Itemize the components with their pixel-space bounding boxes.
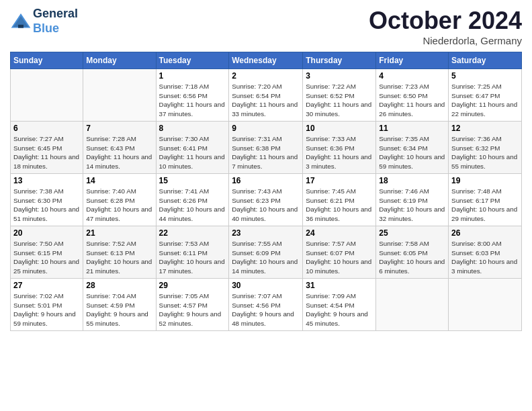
- day-number: 7: [86, 124, 152, 133]
- day-info: Sunrise: 7:48 AM Sunset: 6:17 PM Dayligh…: [451, 187, 519, 224]
- day-cell-0-3: 2Sunrise: 7:20 AM Sunset: 6:54 PM Daylig…: [229, 69, 303, 122]
- logo-icon: [10, 11, 32, 32]
- day-cell-3-5: 25Sunrise: 7:58 AM Sunset: 6:05 PM Dayli…: [376, 226, 449, 279]
- day-info: Sunrise: 7:31 AM Sunset: 6:38 PM Dayligh…: [232, 134, 300, 171]
- day-cell-0-6: 5Sunrise: 7:25 AM Sunset: 6:47 PM Daylig…: [449, 69, 522, 122]
- header-tuesday: Tuesday: [156, 52, 229, 69]
- day-cell-3-2: 22Sunrise: 7:53 AM Sunset: 6:11 PM Dayli…: [156, 226, 229, 279]
- week-row-3: 20Sunrise: 7:50 AM Sunset: 6:15 PM Dayli…: [11, 226, 522, 279]
- day-info: Sunrise: 7:25 AM Sunset: 6:47 PM Dayligh…: [451, 82, 519, 119]
- day-cell-1-4: 10Sunrise: 7:33 AM Sunset: 6:36 PM Dayli…: [303, 122, 376, 174]
- day-info: Sunrise: 7:22 AM Sunset: 6:52 PM Dayligh…: [306, 82, 373, 119]
- day-number: 24: [306, 228, 373, 238]
- day-number: 25: [379, 228, 445, 238]
- day-info: Sunrise: 7:52 AM Sunset: 6:13 PM Dayligh…: [86, 239, 152, 276]
- header-saturday: Saturday: [449, 52, 522, 69]
- header-monday: Monday: [83, 52, 156, 69]
- day-cell-3-0: 20Sunrise: 7:50 AM Sunset: 6:15 PM Dayli…: [11, 226, 83, 279]
- day-info: Sunrise: 7:43 AM Sunset: 6:23 PM Dayligh…: [232, 187, 300, 224]
- day-number: 15: [159, 176, 226, 185]
- day-number: 28: [86, 281, 152, 290]
- day-info: Sunrise: 7:30 AM Sunset: 6:41 PM Dayligh…: [159, 134, 226, 171]
- day-info: Sunrise: 7:18 AM Sunset: 6:56 PM Dayligh…: [159, 82, 226, 119]
- day-cell-4-6: [449, 279, 522, 331]
- day-info: Sunrise: 8:00 AM Sunset: 6:03 PM Dayligh…: [451, 239, 519, 276]
- title-block: October 2024 Niederdorla, Germany: [369, 7, 522, 46]
- header-wednesday: Wednesday: [229, 52, 303, 69]
- day-info: Sunrise: 7:55 AM Sunset: 6:09 PM Dayligh…: [232, 239, 300, 276]
- day-number: 23: [232, 228, 300, 238]
- day-info: Sunrise: 7:40 AM Sunset: 6:28 PM Dayligh…: [86, 187, 152, 224]
- day-number: 11: [379, 124, 445, 133]
- logo-line2: Blue: [33, 21, 78, 36]
- day-cell-4-2: 29Sunrise: 7:05 AM Sunset: 4:57 PM Dayli…: [156, 279, 229, 331]
- day-info: Sunrise: 7:02 AM Sunset: 5:01 PM Dayligh…: [13, 291, 80, 328]
- day-number: 20: [13, 228, 80, 238]
- page-container: General Blue October 2024 Niederdorla, G…: [0, 0, 532, 334]
- day-info: Sunrise: 7:07 AM Sunset: 4:56 PM Dayligh…: [232, 291, 300, 328]
- header-thursday: Thursday: [303, 52, 376, 69]
- day-number: 16: [232, 176, 300, 185]
- day-info: Sunrise: 7:33 AM Sunset: 6:36 PM Dayligh…: [306, 134, 373, 171]
- day-cell-4-4: 31Sunrise: 7:09 AM Sunset: 4:54 PM Dayli…: [303, 279, 376, 331]
- day-cell-0-5: 4Sunrise: 7:23 AM Sunset: 6:50 PM Daylig…: [376, 69, 449, 122]
- logo-text: General Blue: [33, 7, 78, 36]
- day-cell-1-2: 8Sunrise: 7:30 AM Sunset: 6:41 PM Daylig…: [156, 122, 229, 174]
- location: Niederdorla, Germany: [369, 35, 522, 46]
- day-info: Sunrise: 7:45 AM Sunset: 6:21 PM Dayligh…: [306, 187, 373, 224]
- day-cell-4-1: 28Sunrise: 7:04 AM Sunset: 4:59 PM Dayli…: [83, 279, 156, 331]
- week-row-2: 13Sunrise: 7:38 AM Sunset: 6:30 PM Dayli…: [11, 174, 522, 226]
- calendar-table: Sunday Monday Tuesday Wednesday Thursday…: [10, 52, 522, 331]
- day-number: 8: [159, 124, 226, 133]
- day-number: 1: [159, 71, 226, 81]
- day-number: 18: [379, 176, 445, 185]
- day-cell-3-3: 23Sunrise: 7:55 AM Sunset: 6:09 PM Dayli…: [229, 226, 303, 279]
- calendar-header: Sunday Monday Tuesday Wednesday Thursday…: [11, 52, 522, 69]
- day-number: 14: [86, 176, 152, 185]
- day-cell-4-0: 27Sunrise: 7:02 AM Sunset: 5:01 PM Dayli…: [11, 279, 83, 331]
- day-cell-0-4: 3Sunrise: 7:22 AM Sunset: 6:52 PM Daylig…: [303, 69, 376, 122]
- day-number: 29: [159, 281, 226, 290]
- day-cell-0-2: 1Sunrise: 7:18 AM Sunset: 6:56 PM Daylig…: [156, 69, 229, 122]
- day-cell-2-3: 16Sunrise: 7:43 AM Sunset: 6:23 PM Dayli…: [229, 174, 303, 226]
- day-number: 13: [13, 176, 80, 185]
- day-info: Sunrise: 7:23 AM Sunset: 6:50 PM Dayligh…: [379, 82, 445, 119]
- day-cell-1-6: 12Sunrise: 7:36 AM Sunset: 6:32 PM Dayli…: [449, 122, 522, 174]
- day-number: 3: [306, 71, 373, 81]
- day-cell-1-3: 9Sunrise: 7:31 AM Sunset: 6:38 PM Daylig…: [229, 122, 303, 174]
- day-cell-4-5: [376, 279, 449, 331]
- day-number: 9: [232, 124, 300, 133]
- day-cell-2-1: 14Sunrise: 7:40 AM Sunset: 6:28 PM Dayli…: [83, 174, 156, 226]
- svg-rect-2: [18, 24, 24, 28]
- weekday-row: Sunday Monday Tuesday Wednesday Thursday…: [11, 52, 522, 69]
- day-info: Sunrise: 7:57 AM Sunset: 6:07 PM Dayligh…: [306, 239, 373, 276]
- day-cell-3-4: 24Sunrise: 7:57 AM Sunset: 6:07 PM Dayli…: [303, 226, 376, 279]
- day-cell-2-2: 15Sunrise: 7:41 AM Sunset: 6:26 PM Dayli…: [156, 174, 229, 226]
- header-friday: Friday: [376, 52, 449, 69]
- day-number: 19: [451, 176, 519, 185]
- header-sunday: Sunday: [11, 52, 83, 69]
- day-cell-3-1: 21Sunrise: 7:52 AM Sunset: 6:13 PM Dayli…: [83, 226, 156, 279]
- day-cell-1-5: 11Sunrise: 7:35 AM Sunset: 6:34 PM Dayli…: [376, 122, 449, 174]
- day-number: 2: [232, 71, 300, 81]
- day-info: Sunrise: 7:58 AM Sunset: 6:05 PM Dayligh…: [379, 239, 445, 276]
- day-number: 26: [451, 228, 519, 238]
- day-number: 31: [306, 281, 373, 290]
- logo: General Blue: [10, 7, 78, 36]
- day-number: 22: [159, 228, 226, 238]
- month-title: October 2024: [369, 7, 522, 35]
- day-number: 10: [306, 124, 373, 133]
- day-info: Sunrise: 7:38 AM Sunset: 6:30 PM Dayligh…: [13, 187, 80, 224]
- day-info: Sunrise: 7:53 AM Sunset: 6:11 PM Dayligh…: [159, 239, 226, 276]
- day-number: 12: [451, 124, 519, 133]
- day-number: 30: [232, 281, 300, 290]
- day-cell-4-3: 30Sunrise: 7:07 AM Sunset: 4:56 PM Dayli…: [229, 279, 303, 331]
- day-cell-3-6: 26Sunrise: 8:00 AM Sunset: 6:03 PM Dayli…: [449, 226, 522, 279]
- day-number: 5: [451, 71, 519, 81]
- week-row-1: 6Sunrise: 7:27 AM Sunset: 6:45 PM Daylig…: [11, 122, 522, 174]
- header: General Blue October 2024 Niederdorla, G…: [10, 7, 522, 46]
- day-number: 27: [13, 281, 80, 290]
- day-info: Sunrise: 7:20 AM Sunset: 6:54 PM Dayligh…: [232, 82, 300, 119]
- logo-line1: General: [33, 7, 78, 21]
- day-info: Sunrise: 7:50 AM Sunset: 6:15 PM Dayligh…: [13, 239, 80, 276]
